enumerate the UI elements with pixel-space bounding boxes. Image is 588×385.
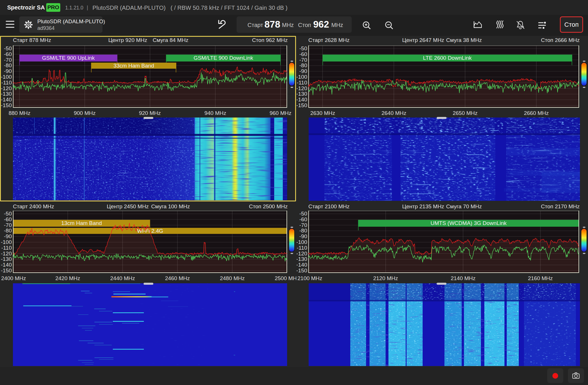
svg-text:13cm Ham Band: 13cm Ham Band [61, 220, 102, 226]
svg-text:UMTS (WCDMA) 3G DownLink: UMTS (WCDMA) 3G DownLink [431, 220, 507, 226]
svg-text:LTE 2600 DownLink: LTE 2600 DownLink [423, 55, 472, 61]
